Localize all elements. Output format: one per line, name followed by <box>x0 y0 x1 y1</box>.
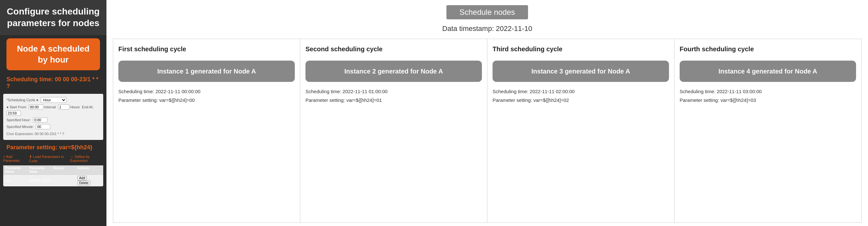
interval-label: Interval <box>44 105 56 109</box>
panel-title: Configure scheduling parameters for node… <box>0 0 106 35</box>
right-panel: Schedule nodes Data timestamp: 2022-11-1… <box>106 0 868 226</box>
cycle-3: Third scheduling cycle Instance 3 genera… <box>487 39 675 222</box>
instance-3-badge: Instance 3 generated for Node A <box>493 61 669 82</box>
cycle-3-time: Scheduling time: 2022-11-11 02:00:00 <box>493 87 669 96</box>
col-actions: Actions <box>78 166 102 173</box>
cycle-1: First scheduling cycle Instance 1 genera… <box>113 39 300 222</box>
param-table: Parameter Name Parameter Value Source Ac… <box>3 165 103 186</box>
add-parameter-btn[interactable]: + Add Parameter <box>3 155 26 163</box>
instance-2-badge: Instance 2 generated for Node A <box>306 61 482 82</box>
param-actions: + Add Parameter ⬆ Load Parameters in Cod… <box>0 154 106 164</box>
col-name: Parameter Name <box>5 166 29 173</box>
cron-label: Cron Expression: <box>6 132 34 136</box>
end-at-label: End At: <box>82 105 93 109</box>
cycles-container: First scheduling cycle Instance 1 genera… <box>113 39 862 223</box>
specified-hour-label: Specified Hour: <box>6 118 31 122</box>
instance-1-badge: Instance 1 generated for Node A <box>118 61 295 82</box>
end-time-input[interactable] <box>6 110 21 116</box>
table-row: var ${hh24-1}(24) Add Delete <box>3 174 103 186</box>
cycle-1-details: Scheduling time: 2022-11-11 00:00:00 Par… <box>118 87 295 104</box>
cycle-2-details: Scheduling time: 2022-11-11 01:00:00 Par… <box>306 87 482 104</box>
cycle-3-title: Third scheduling cycle <box>493 45 669 53</box>
start-time-input[interactable] <box>29 104 43 109</box>
specified-minute-input[interactable] <box>36 124 50 129</box>
cycle-2-title: Second scheduling cycle <box>306 45 482 53</box>
interval-input[interactable] <box>58 104 69 109</box>
col-value: Parameter Value <box>29 166 54 173</box>
cycle-3-param: Parameter setting: var=${[hh24]=02 <box>493 96 669 104</box>
cron-value: 00 00 00-23/1 * * ? <box>34 132 64 136</box>
scheduling-cycle-label: *Scheduling Cycle ● <box>6 98 38 102</box>
specified-minute-label: Specified Minute: <box>6 125 34 129</box>
config-form: *Scheduling Cycle ● Hour Day Week ● Star… <box>3 94 103 140</box>
start-from-label: ● Start From <box>6 105 26 109</box>
col-source: Source <box>53 166 78 173</box>
cycle-1-param: Parameter setting: var=${[hh24]=00 <box>118 96 295 104</box>
cycle-1-title: First scheduling cycle <box>118 45 295 53</box>
scheduling-cycle-select[interactable]: Hour Day Week <box>41 97 66 103</box>
cycle-2-param: Parameter setting: var=${[hh24]=01 <box>306 96 482 104</box>
param-value: ${hh24-1}(24) <box>29 179 54 183</box>
instance-4-badge: Instance 4 generated for Node A <box>680 61 856 82</box>
cron-expression: Cron Expression: 00 00 00-23/1 * * ? <box>6 131 100 137</box>
cycle-4: Fourth scheduling cycle Instance 4 gener… <box>675 39 861 222</box>
cycle-4-details: Scheduling time: 2022-11-11 03:00:00 Par… <box>680 87 856 104</box>
param-action-cell: Add Delete <box>78 176 102 185</box>
specified-hour-input[interactable] <box>33 117 48 123</box>
hours-label: Hours <box>70 105 80 109</box>
node-badge: Node A scheduled by hour <box>6 38 100 71</box>
add-button[interactable]: Add <box>78 176 87 181</box>
data-timestamp: Data timestamp: 2022-11-10 <box>113 25 862 33</box>
load-parameters-btn[interactable]: ⬆ Load Parameters in Code <box>29 155 67 163</box>
param-name: var <box>5 179 29 183</box>
cycle-4-param: Parameter setting: var=${[hh24]=03 <box>680 96 856 104</box>
parameter-setting-label: Parameter setting: var=${hh24} <box>0 141 106 154</box>
cycle-4-title: Fourth scheduling cycle <box>680 45 856 53</box>
schedule-nodes-badge: Schedule nodes <box>446 5 528 19</box>
right-header: Schedule nodes Data timestamp: 2022-11-1… <box>113 0 862 35</box>
define-by-expression-btn[interactable]: ↔ Define by Expression <box>70 155 103 163</box>
param-table-header: Parameter Name Parameter Value Source Ac… <box>3 165 103 174</box>
cycle-2-time: Scheduling time: 2022-11-11 01:00:00 <box>306 87 482 96</box>
cycle-3-details: Scheduling time: 2022-11-11 02:00:00 Par… <box>493 87 669 104</box>
cycle-1-time: Scheduling time: 2022-11-11 00:00:00 <box>118 87 295 96</box>
cycle-2: Second scheduling cycle Instance 2 gener… <box>300 39 487 222</box>
left-panel: Configure scheduling parameters for node… <box>0 0 106 226</box>
scheduling-time-label: Scheduling time: 00 00 00-23/1 * * ? <box>0 73 106 92</box>
delete-button[interactable]: Delete <box>78 181 91 185</box>
cycle-4-time: Scheduling time: 2022-11-11 03:00:00 <box>680 87 856 96</box>
